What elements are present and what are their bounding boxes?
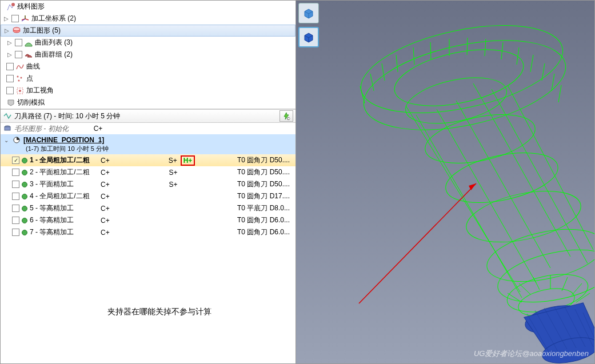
tree-item-surface-group[interactable]: ▷ 曲面群组 (2) — [1, 49, 295, 61]
op-tool: T0 平底刀 D8.0... — [237, 203, 295, 213]
tree-item-cutting-sim[interactable]: 切削模拟 — [1, 97, 295, 109]
sim-icon — [6, 98, 15, 107]
op-cplus: C+ — [101, 181, 118, 189]
svg-point-4 — [21, 77, 22, 78]
svg-line-39 — [519, 283, 530, 294]
checkbox[interactable] — [15, 51, 22, 58]
curves-icon — [15, 62, 25, 71]
op-cplus: C+ — [101, 169, 118, 177]
checkbox[interactable] — [15, 39, 22, 46]
operation-row[interactable]: 3 - 平面精加工 C+ S+ T0 圆角刀 D50.... — [1, 178, 295, 190]
expand-icon[interactable]: ▷ — [3, 27, 10, 34]
collapse-icon[interactable]: ⌄ — [3, 137, 10, 143]
svg-line-17 — [370, 74, 374, 91]
svg-line-40 — [533, 277, 540, 290]
operation-row[interactable]: 6 - 等高精加工 C+ T0 圆角刀 D6.0... — [1, 214, 295, 226]
op-checkbox[interactable] — [12, 169, 19, 176]
op-checkbox[interactable] — [12, 205, 19, 212]
op-splus: S+ — [160, 169, 177, 177]
machine-pos-title: ⌄ [MACHINE_POSITION_1] — [3, 135, 293, 145]
tree-item-machining-geom[interactable]: ▷ 加工图形 (5) — [1, 25, 295, 37]
svg-line-18 — [382, 63, 385, 81]
op-tool: T0 圆角刀 D50.... — [237, 155, 295, 165]
operation-row[interactable]: 7 - 等高精加工 C+ T0 圆角刀 D6.0... — [1, 226, 295, 238]
checkbox[interactable] — [6, 63, 14, 70]
tree-label: 加工坐标系 (2) — [31, 14, 76, 23]
checkbox[interactable] — [6, 87, 14, 94]
op-cplus: C+ — [101, 193, 118, 201]
stock-icon — [3, 124, 12, 133]
op-hplus: H+ — [183, 157, 193, 165]
tree-label: 残料图形 — [17, 2, 45, 11]
expand-icon[interactable]: ▷ — [6, 51, 13, 58]
status-dot-icon — [22, 158, 27, 163]
op-tool: T0 圆角刀 D50.... — [237, 167, 295, 177]
svg-line-42 — [562, 277, 568, 291]
svg-point-2 — [13, 27, 20, 31]
status-dot-icon — [22, 206, 27, 211]
op-tool: T0 圆角刀 D6.0... — [237, 227, 295, 237]
machine-position[interactable]: ⌄ [MACHINE_POSITION_1] (1-7) 加工时间 10 小时 … — [1, 134, 295, 154]
svg-point-0 — [11, 3, 15, 6]
svg-line-16 — [360, 86, 365, 103]
tree-item-residual[interactable]: 残料图形 — [1, 1, 295, 13]
expand-icon[interactable]: ▷ — [6, 39, 13, 46]
op-checkbox[interactable] — [12, 193, 19, 200]
checkbox[interactable] — [11, 15, 19, 22]
op-splus: S+ — [160, 157, 177, 165]
toolpath-icon — [3, 111, 12, 121]
operation-row[interactable]: 4 - 全局粗加工/二粗 C+ T0 圆角刀 D17.... — [1, 190, 295, 202]
op-name: 5 - 等高精加工 — [30, 203, 98, 213]
svg-line-27 — [530, 55, 533, 72]
watermark: UG爱好者论坛@aoaoxiongbenben — [474, 349, 589, 359]
tree-item-surface-list[interactable]: ▷ 曲面列表 (3) — [1, 37, 295, 49]
hplus-highlight: H+ — [181, 155, 195, 166]
tree-item-wcs[interactable]: ▷ 加工坐标系 (2) — [1, 13, 295, 25]
stock-row[interactable]: 毛坯图形 - 初始化 C+ — [1, 123, 295, 134]
op-tool: T0 圆角刀 D17.... — [237, 191, 295, 201]
machine-pos-name: [MACHINE_POSITION_1] — [23, 136, 104, 144]
svg-line-30 — [558, 85, 561, 102]
3d-viewport[interactable]: 夹持器在哪能关掉不参与计算 UG爱好者论坛@aoaoxiongbenben — [296, 1, 594, 363]
expand-icon[interactable]: ▷ — [3, 15, 10, 22]
tree-item-points[interactable]: 点 — [1, 73, 295, 85]
svg-rect-10 — [5, 127, 10, 130]
op-tool: T0 圆角刀 D50.... — [237, 179, 295, 189]
tree-label: 曲面群组 (2) — [35, 50, 73, 59]
checkbox[interactable] — [6, 75, 14, 82]
status-dot-icon — [22, 218, 27, 223]
geom-icon — [12, 26, 21, 35]
toolpath-header: 刀具路径 (7) - 时间: 10 小时 5 分钟 C+ — [1, 109, 295, 123]
tree-item-curves[interactable]: 曲线 — [1, 61, 295, 73]
tree-label: 点 — [26, 74, 33, 83]
op-checkbox[interactable] — [12, 181, 19, 188]
tree-label: 切削模拟 — [17, 98, 45, 107]
svg-point-5 — [18, 79, 20, 81]
tree-item-machining-view[interactable]: 加工视角 — [1, 85, 295, 97]
svg-line-20 — [413, 47, 414, 65]
wcs-icon — [21, 14, 30, 23]
op-checkbox[interactable] — [12, 157, 19, 164]
surface-group-icon — [24, 50, 33, 59]
op-name: 7 - 等高精加工 — [30, 227, 98, 237]
tree-label: 曲面列表 (3) — [35, 38, 73, 47]
svg-point-34 — [482, 220, 595, 290]
operation-row[interactable]: 1 - 全局粗加工/二粗 C+ S+ H+ T0 圆角刀 D50.... — [1, 154, 295, 166]
svg-point-31 — [421, 106, 540, 171]
calculate-button[interactable]: C+ — [279, 110, 293, 122]
tree-label: 加工视角 — [26, 86, 54, 95]
residual-icon — [6, 2, 15, 11]
op-splus: S+ — [160, 181, 177, 189]
tree-label: 加工图形 (5) — [23, 26, 61, 35]
tree-label: 曲线 — [26, 62, 40, 71]
op-cplus: C+ — [101, 229, 118, 237]
op-checkbox[interactable] — [12, 229, 19, 236]
operation-row[interactable]: 5 - 等高精加工 C+ T0 平底刀 D8.0... — [1, 202, 295, 214]
svg-line-21 — [430, 42, 431, 59]
svg-line-23 — [467, 38, 468, 55]
machine-pos-subtitle: (1-7) 加工时间 10 小时 5 分钟 — [3, 145, 293, 153]
toolpath-label: 刀具路径 (7) - 时间: 10 小时 5 分钟 — [14, 111, 120, 121]
surface-list-icon — [24, 38, 33, 47]
operation-row[interactable]: 2 - 平面粗加工/二粗 C+ S+ T0 圆角刀 D50.... — [1, 166, 295, 178]
op-checkbox[interactable] — [12, 217, 19, 224]
